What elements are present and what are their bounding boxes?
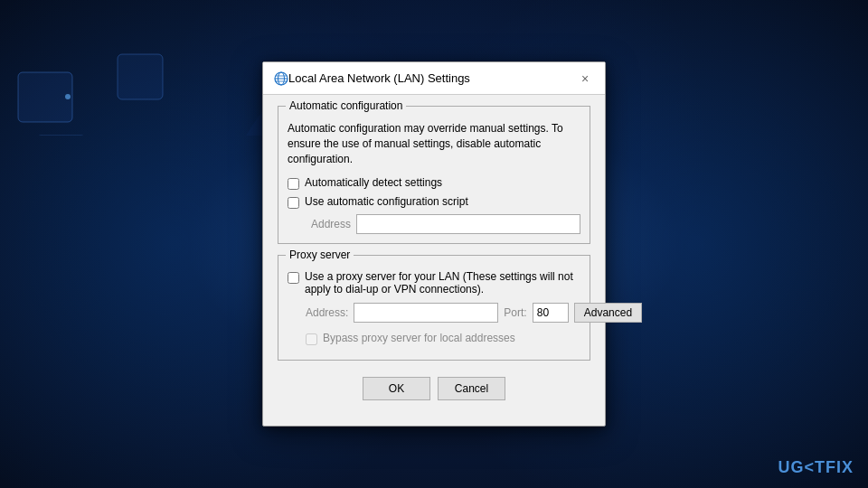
- close-button[interactable]: ×: [576, 70, 594, 88]
- dialog-title: Local Area Network (LAN) Settings: [288, 71, 576, 85]
- advanced-button[interactable]: Advanced: [574, 303, 642, 323]
- ok-button[interactable]: OK: [363, 377, 430, 400]
- watermark: UG<TFIX: [778, 458, 854, 477]
- auto-script-label[interactable]: Use automatic configuration script: [305, 195, 468, 208]
- script-address-input[interactable]: [356, 214, 580, 234]
- dialog-footer: OK Cancel: [278, 371, 590, 411]
- globe-icon: [274, 71, 288, 86]
- dialog-titlebar: Local Area Network (LAN) Settings ×: [263, 62, 605, 95]
- bypass-proxy-label[interactable]: Bypass proxy server for local addresses: [323, 332, 515, 344]
- auto-script-checkbox[interactable]: [288, 197, 299, 209]
- proxy-address-label: Address:: [306, 306, 348, 319]
- auto-detect-label[interactable]: Automatically detect settings: [305, 176, 442, 189]
- proxy-server-legend: Proxy server: [286, 249, 354, 261]
- proxy-server-section: Proxy server Use a proxy server for your…: [278, 255, 590, 361]
- auto-config-legend: Automatic configuration: [286, 99, 406, 112]
- proxy-address-input[interactable]: [354, 303, 498, 323]
- auto-config-content: Automatic configuration may override man…: [278, 107, 590, 242]
- cancel-button[interactable]: Cancel: [438, 377, 505, 400]
- use-proxy-checkbox[interactable]: [288, 272, 299, 284]
- lan-settings-dialog: Local Area Network (LAN) Settings × Auto…: [262, 61, 606, 426]
- svg-rect-6: [118, 54, 163, 99]
- auto-config-desc: Automatic configuration may override man…: [288, 121, 580, 166]
- proxy-server-content: Use a proxy server for your LAN (These s…: [278, 256, 590, 360]
- auto-detect-checkbox[interactable]: [288, 178, 299, 190]
- auto-script-row: Use automatic configuration script: [288, 195, 580, 209]
- svg-rect-0: [18, 72, 72, 122]
- script-address-row: Address: [304, 214, 580, 234]
- port-label: Port:: [504, 306, 526, 319]
- address-label: Address: [304, 218, 351, 230]
- bypass-proxy-checkbox[interactable]: [306, 333, 317, 345]
- dialog-body: Automatic configuration Automatic config…: [263, 95, 605, 425]
- port-input[interactable]: [533, 303, 569, 323]
- bypass-proxy-row: Bypass proxy server for local addresses: [306, 332, 580, 345]
- use-proxy-label[interactable]: Use a proxy server for your LAN (These s…: [305, 270, 580, 296]
- use-proxy-row: Use a proxy server for your LAN (These s…: [288, 270, 580, 296]
- bg-lines: [0, 0, 271, 136]
- auto-detect-row: Automatically detect settings: [288, 176, 580, 190]
- svg-point-30: [65, 94, 71, 99]
- proxy-address-row: Address: Port: Advanced: [306, 303, 580, 323]
- auto-config-section: Automatic configuration Automatic config…: [278, 106, 590, 243]
